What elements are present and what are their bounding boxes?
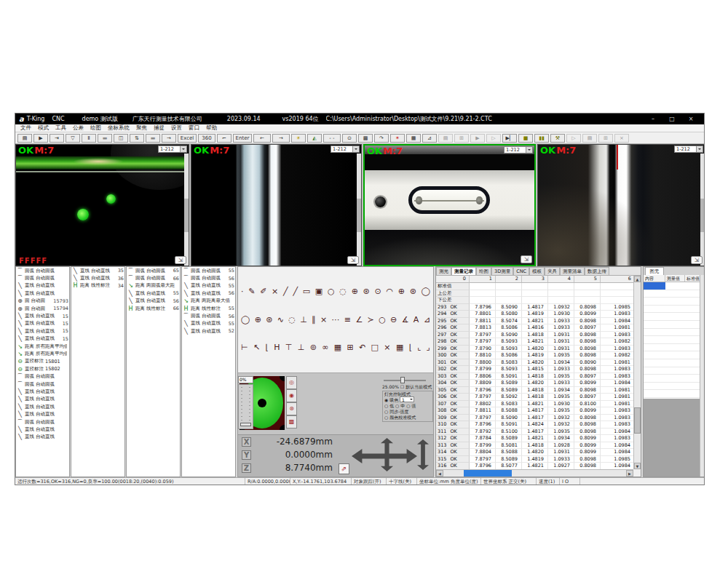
feature-item[interactable]: ⊖ 直径标注 15802: [16, 365, 69, 372]
palette-tool-icon[interactable]: ⊛: [363, 287, 370, 296]
camera-view-3-active[interactable]: OKM:7 1-212 ⇲: [363, 144, 536, 266]
palette-tool-icon[interactable]: ⊚: [310, 343, 317, 352]
level-high-option[interactable]: 强: [411, 403, 416, 408]
results-tab[interactable]: 测量清单: [560, 267, 585, 275]
palette-tool-icon[interactable]: ∡: [402, 316, 409, 324]
tolerance-row[interactable]: 下公差: [436, 297, 633, 304]
light-back-button[interactable]: ▩: [286, 415, 297, 428]
palette-tool-icon[interactable]: ↖: [253, 343, 260, 352]
measurement-row[interactable]: 307OK 7.8802 8.5083 1.4821 1.0930 0.8100…: [436, 401, 633, 408]
column-header[interactable]: 5: [574, 276, 601, 282]
star-button[interactable]: ✶: [390, 134, 405, 143]
feature-item[interactable]: ↘ 距离 所有距离平均值: [16, 350, 69, 357]
palette-tool-icon[interactable]: ◌: [339, 287, 347, 296]
chevron-down-icon[interactable]: [352, 146, 359, 152]
column-header[interactable]: 标准值: [685, 275, 701, 282]
palette-tool-icon[interactable]: ✎: [248, 287, 255, 296]
feature-item[interactable]: ╲ 直线 自动直线: [16, 434, 69, 441]
palette-tool-icon[interactable]: ⊛: [410, 287, 416, 296]
master-light-thumb[interactable]: [400, 377, 405, 383]
magnifier-button[interactable]: ⊙: [342, 134, 357, 143]
menu-item[interactable]: 工具: [55, 124, 66, 132]
light-segment-button[interactable]: ⊛: [286, 402, 297, 415]
palette-tool-icon[interactable]: ◯: [241, 316, 250, 324]
measurement-row[interactable]: 302OK 7.8799 8.5093 1.4815 1.0933 0.8098…: [436, 366, 633, 373]
feature-item[interactable]: ⌒ 圆弧 自动圆弧 56: [182, 274, 235, 282]
close-button[interactable]: ×: [685, 116, 697, 122]
measurement-row[interactable]: 306OK 7.8797 8.5092 1.4818 1.0935 0.8097…: [436, 394, 633, 401]
curve-button[interactable]: ↷: [374, 134, 389, 143]
palette-tool-icon[interactable]: ∠: [355, 316, 363, 324]
palette-tool-icon[interactable]: ⌊: [409, 343, 412, 352]
level-mid-option[interactable]: 中: [400, 403, 405, 408]
master-light-slider[interactable]: [384, 376, 426, 383]
color-calibration-option[interactable]: 颜色校准模式: [389, 415, 416, 420]
results-tab[interactable]: CNC: [513, 267, 529, 275]
measurement-row[interactable]: 310OK 7.8796 8.5091 1.4824 1.0932 0.8098…: [436, 421, 633, 428]
palette-tool-icon[interactable]: ⌊: [266, 343, 269, 352]
scrollbar-thumb[interactable]: [464, 470, 512, 477]
checker-button[interactable]: ▩: [358, 134, 373, 143]
palette-tool-icon[interactable]: ⊤: [285, 343, 293, 352]
palette-tool-icon[interactable]: ▣: [315, 287, 323, 296]
column-header[interactable]: 6: [601, 276, 633, 282]
measurement-row[interactable]: 304OK 7.8809 8.5089 1.4820 1.0933 0.8099…: [436, 380, 633, 387]
palette-tool-icon[interactable]: ×: [384, 343, 390, 352]
measurement-row[interactable]: 313OK 7.8799 8.5081 1.4818 1.0928 0.8099…: [436, 442, 633, 450]
element-tab[interactable]: 图元: [645, 267, 664, 275]
palette-tool-icon[interactable]: ⊛: [266, 316, 272, 324]
palette-tool-icon[interactable]: ⊥: [300, 316, 307, 324]
measurement-row[interactable]: 314OK 7.8804 8.5088 1.4820 1.0931 0.8099…: [436, 449, 633, 456]
light-level-select[interactable]: 1: [400, 396, 414, 402]
feature-item[interactable]: ⌒ 圆弧 自动圆弧: [16, 418, 69, 426]
menu-item[interactable]: 设置: [171, 124, 182, 132]
palette-tool-icon[interactable]: ⊕: [255, 316, 261, 324]
chevron-down-icon[interactable]: [180, 146, 186, 152]
angle-button[interactable]: ⊿: [422, 134, 437, 143]
column-header[interactable]: 内容: [644, 275, 665, 282]
diagonal-move-button[interactable]: ⇗: [339, 463, 349, 474]
results-tab[interactable]: 绘图: [476, 267, 491, 275]
arrow-left-button[interactable]: ←: [253, 134, 271, 143]
palette-tool-icon[interactable]: ×: [272, 287, 278, 296]
feature-item[interactable]: ⌒ 圆弧 自动圆弧: [16, 274, 69, 282]
light-slider-track[interactable]: [238, 384, 253, 429]
measurement-row[interactable]: 298OK 7.8797 8.5093 1.4821 1.0931 0.8098…: [436, 338, 633, 346]
element-rows[interactable]: [644, 282, 700, 399]
palette-tool-icon[interactable]: ✐: [260, 287, 266, 296]
checkbox-icon[interactable]: ☐: [400, 384, 404, 389]
palette-tool-icon[interactable]: A: [414, 316, 419, 324]
scroll-left-icon[interactable]: ◀: [436, 470, 443, 477]
jog-horizontal-arrows[interactable]: [352, 449, 417, 463]
edge-tool-button[interactable]: Ⅱ: [82, 134, 96, 143]
measurement-row[interactable]: 296OK 7.8813 8.5086 1.4816 1.0933 0.8097…: [436, 324, 633, 332]
results-tab[interactable]: 数据上传: [585, 267, 609, 275]
element-scrollbar[interactable]: [700, 275, 705, 477]
minimize-button[interactable]: –: [647, 116, 659, 122]
menu-item[interactable]: 绘图: [90, 124, 101, 132]
block-button[interactable]: ▬: [146, 134, 160, 143]
palette-tool-icon[interactable]: ∥: [312, 316, 316, 324]
palette-tool-icon[interactable]: □: [371, 343, 379, 352]
palette-tool-icon[interactable]: ▭: [303, 287, 310, 296]
camera2-scrollbar[interactable]: [357, 154, 361, 266]
palette-tool-icon[interactable]: ↶: [359, 343, 365, 352]
column-header[interactable]: 2: [496, 276, 522, 282]
feature-item[interactable]: ╲ 直线 自动直线 56: [127, 298, 180, 305]
camera1-resize-handle[interactable]: ⇲: [175, 256, 186, 264]
feature-item[interactable]: ╲ 直线 自动直线 15: [16, 327, 69, 335]
palette-tool-icon[interactable]: ⊥: [298, 343, 305, 352]
feature-item[interactable]: ╲ 直线 自动直线 15: [16, 312, 69, 319]
measurement-row[interactable]: 311OK 7.8792 8.5100 1.4817 1.0935 0.8098…: [436, 428, 633, 436]
light-ring-button[interactable]: ◎: [286, 376, 297, 389]
chevron-down-icon[interactable]: [526, 147, 532, 153]
column-header[interactable]: 0: [436, 276, 470, 282]
scrollbar-thumb[interactable]: [634, 407, 641, 434]
close-right-button[interactable]: ×: [614, 134, 629, 143]
goto-button[interactable]: →: [162, 134, 176, 143]
column-header[interactable]: 1: [470, 276, 496, 282]
camera4-resize-handle[interactable]: ⇲: [691, 256, 703, 264]
column-header[interactable]: 测量值: [665, 275, 685, 282]
play-right-button[interactable]: ▷: [566, 134, 581, 143]
feature-item[interactable]: ⌒ 圆弧 自动圆弧 55: [182, 267, 235, 274]
